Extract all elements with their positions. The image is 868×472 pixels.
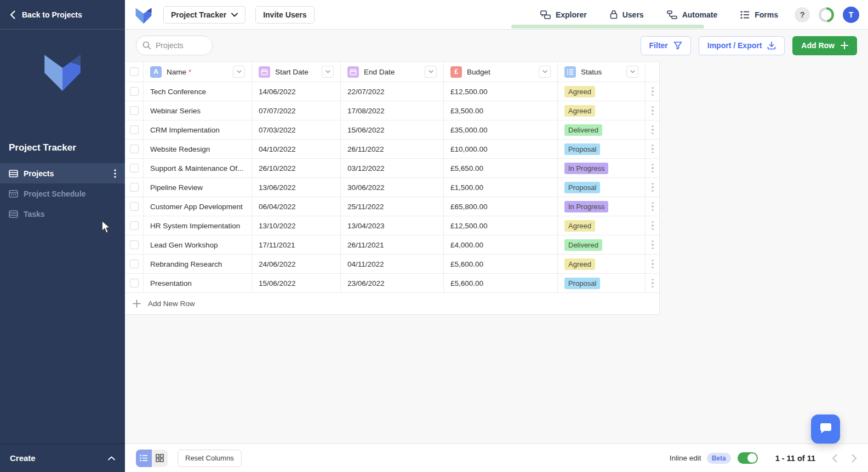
table-row[interactable]: Webinar Series 07/07/2022 17/08/2022 £3,… (125, 101, 659, 120)
cell-status[interactable]: Agreed (558, 82, 646, 101)
row-drag-handle[interactable] (646, 255, 660, 273)
cell-name[interactable]: Tech Conference (144, 82, 252, 101)
row-checkbox[interactable] (130, 260, 139, 268)
table-row[interactable]: HR System Implementation 13/10/2022 13/0… (125, 216, 659, 235)
search-input[interactable] (156, 41, 205, 50)
column-header-end-date[interactable]: End Date (341, 62, 444, 82)
table-row[interactable]: Website Redesign 04/10/2022 26/11/2022 £… (125, 140, 659, 159)
cell-budget[interactable]: £65,800.00 (444, 197, 558, 216)
previous-page-button[interactable] (832, 454, 837, 463)
column-header-start-date[interactable]: Start Date (252, 62, 341, 82)
create-button[interactable]: Create (0, 444, 125, 472)
table-row[interactable]: Presentation 15/06/2022 23/06/2022 £5,60… (125, 274, 659, 293)
cell-budget[interactable]: £12,500.00 (444, 216, 558, 235)
cell-end-date[interactable]: 30/06/2022 (341, 178, 444, 197)
row-drag-handle[interactable] (646, 82, 660, 101)
nav-forms[interactable]: Forms (740, 10, 778, 19)
row-drag-handle[interactable] (646, 140, 660, 158)
column-menu-button[interactable] (539, 66, 551, 78)
cell-status[interactable]: In Progress (558, 197, 646, 216)
cell-status[interactable]: Agreed (558, 101, 646, 120)
row-checkbox[interactable] (130, 279, 139, 287)
row-checkbox[interactable] (130, 202, 139, 211)
column-menu-button[interactable] (626, 66, 638, 78)
cell-name[interactable]: Rebranding Research (144, 255, 252, 273)
cell-status[interactable]: Agreed (558, 255, 646, 273)
cell-end-date[interactable]: 25/11/2022 (341, 197, 444, 216)
list-view-button[interactable] (136, 450, 152, 467)
cell-name[interactable]: Presentation (144, 274, 252, 292)
inline-edit-toggle[interactable] (738, 452, 758, 464)
reset-columns-button[interactable]: Reset Columns (178, 450, 242, 467)
cell-end-date[interactable]: 17/08/2022 (341, 101, 444, 120)
back-to-projects-link[interactable]: Back to Projects (0, 0, 125, 30)
row-checkbox[interactable] (130, 87, 139, 96)
cell-status[interactable]: Delivered (558, 235, 646, 254)
table-row[interactable]: Lead Gen Workshop 17/11/2021 26/11/2021 … (125, 235, 659, 255)
row-drag-handle[interactable] (646, 274, 660, 292)
add-new-row-button[interactable]: Add New Row (125, 293, 660, 315)
table-row[interactable]: CRM Implementation 07/03/2022 15/06/2022… (125, 120, 659, 140)
nav-automate[interactable]: Automate (667, 10, 718, 19)
cell-end-date[interactable]: 26/11/2022 (341, 140, 444, 158)
row-drag-handle[interactable] (646, 216, 660, 235)
cell-status[interactable]: Proposal (558, 178, 646, 197)
cell-name[interactable]: Support & Maintenance Of... (144, 159, 252, 177)
cell-budget[interactable]: £35,000.00 (444, 120, 558, 139)
row-checkbox[interactable] (130, 106, 139, 115)
filter-button[interactable]: Filter (641, 36, 691, 55)
cell-end-date[interactable]: 26/11/2021 (341, 235, 444, 254)
cell-budget[interactable]: £3,500.00 (444, 101, 558, 120)
cell-start-date[interactable]: 26/10/2022 (252, 159, 341, 177)
column-header-budget[interactable]: £ Budget (444, 62, 558, 82)
cell-status[interactable]: Proposal (558, 140, 646, 158)
cell-budget[interactable]: £4,000.00 (444, 235, 558, 254)
cell-budget[interactable]: £5,600.00 (444, 274, 558, 292)
help-button[interactable]: ? (795, 7, 810, 22)
cell-start-date[interactable]: 17/11/2021 (252, 235, 341, 254)
app-logo[interactable] (134, 5, 153, 25)
cell-budget[interactable]: £5,650.00 (444, 159, 558, 177)
invite-users-button[interactable]: Invite Users (255, 6, 314, 24)
cell-end-date[interactable]: 03/12/2022 (341, 159, 444, 177)
row-checkbox[interactable] (130, 125, 139, 134)
row-checkbox[interactable] (130, 183, 139, 192)
select-all-checkbox[interactable] (130, 67, 139, 76)
cell-end-date[interactable]: 15/06/2022 (341, 120, 444, 139)
cell-end-date[interactable]: 22/07/2022 (341, 82, 444, 101)
row-checkbox[interactable] (130, 221, 139, 230)
cell-name[interactable]: Website Redesign (144, 140, 252, 158)
nav-explorer[interactable]: Explorer (540, 10, 587, 19)
column-menu-button[interactable] (233, 66, 245, 78)
cell-end-date[interactable]: 23/06/2022 (341, 274, 444, 292)
row-drag-handle[interactable] (646, 101, 660, 120)
cell-start-date[interactable]: 13/06/2022 (252, 178, 341, 197)
cell-budget[interactable]: £12,500.00 (444, 82, 558, 101)
table-row[interactable]: Customer App Development 06/04/2022 25/1… (125, 197, 659, 216)
cell-name[interactable]: Webinar Series (144, 101, 252, 120)
table-row[interactable]: Pipeline Review 13/06/2022 30/06/2022 £1… (125, 178, 659, 197)
cell-status[interactable]: Agreed (558, 216, 646, 235)
cell-name[interactable]: Customer App Development (144, 197, 252, 216)
row-drag-handle[interactable] (646, 178, 660, 197)
chat-button[interactable] (811, 415, 840, 444)
row-checkbox[interactable] (130, 240, 139, 249)
cell-start-date[interactable]: 07/03/2022 (252, 120, 341, 139)
workspace-dropdown-button[interactable]: Project Tracker (163, 6, 245, 24)
cell-budget[interactable]: £5,600.00 (444, 255, 558, 273)
column-menu-button[interactable] (322, 66, 334, 78)
row-checkbox[interactable] (130, 164, 139, 172)
sidebar-item-projects[interactable]: Projects (0, 163, 125, 183)
column-header-status[interactable]: Status (558, 62, 646, 82)
table-row[interactable]: Tech Conference 14/06/2022 22/07/2022 £1… (125, 82, 659, 101)
avatar[interactable]: T (843, 7, 859, 23)
nav-users[interactable]: Users (610, 10, 644, 19)
table-row[interactable]: Rebranding Research 24/06/2022 04/11/202… (125, 255, 659, 274)
cell-name[interactable]: HR System Implementation (144, 216, 252, 235)
search-box[interactable] (136, 36, 213, 55)
cell-start-date[interactable]: 07/07/2022 (252, 101, 341, 120)
cell-budget[interactable]: £10,000.00 (444, 140, 558, 158)
grid-view-button[interactable] (152, 450, 168, 467)
column-header-name[interactable]: A Name * (144, 62, 252, 82)
cell-end-date[interactable]: 13/04/2023 (341, 216, 444, 235)
